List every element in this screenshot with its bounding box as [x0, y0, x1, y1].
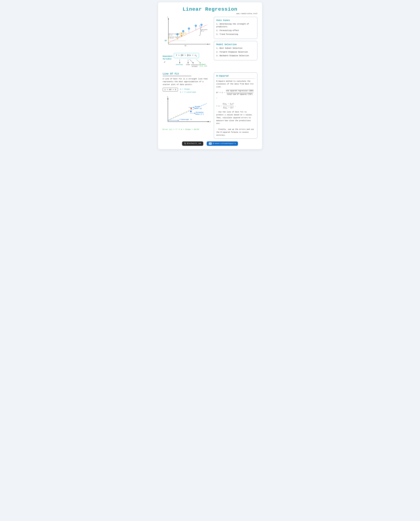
equation-box: Y = β0 + β1x + εi — [174, 53, 199, 58]
diagram-column: Y X Xi β β0 — [163, 17, 211, 69]
footer: 𝕏 @techwith_ram in @ramakrushnamohapatra — [163, 141, 257, 146]
svg-point-24 — [181, 35, 182, 36]
dep-var-label: DependentVariable — [163, 55, 173, 60]
main-page: Linear Regression www.ramakrushna.tech Y… — [158, 2, 262, 149]
use-cases-list: 1. Determining the strength of predictor… — [216, 23, 255, 36]
svg-marker-3 — [208, 44, 209, 45]
svg-text:Y: Y — [167, 96, 168, 98]
svg-text:Y: Y — [167, 17, 168, 18]
svg-text:✕: ✕ — [181, 113, 182, 115]
twitter-handle: @techwith_ram — [187, 142, 201, 145]
lof-b-label: b = Y-intercept — [180, 91, 196, 93]
svg-text:✕: ✕ — [177, 115, 178, 117]
svg-text:β0: β0 — [165, 40, 167, 41]
website-url: www.ramakrushna.tech — [163, 13, 257, 15]
svg-text:Independent: Independent — [191, 64, 199, 66]
svg-marker-50 — [208, 121, 209, 122]
svg-text:Variable: Variable — [192, 66, 198, 67]
r-squared-column: R-Squared R-Square method to calculate t… — [214, 72, 257, 139]
svg-text:✕: ✕ — [183, 111, 184, 114]
lof-graph-svg: Y X Actual Value (y) Estimates Value (Y'… — [163, 96, 211, 126]
lof-description: A Line of best fit is a straight line th… — [163, 78, 211, 86]
model-selection-item-1: 1. Best Subset Selection — [216, 47, 255, 50]
svg-text:Xi: Xi — [185, 45, 186, 47]
scatter-graph: Y X Xi β β0 — [163, 17, 211, 50]
svg-text:Residual/: Residual/ — [199, 64, 206, 65]
svg-line-44 — [190, 59, 193, 63]
line-of-fit-column: Line Of Fit A Line of best fit is a stra… — [163, 72, 211, 139]
svg-text:Predicted value of: Predicted value of — [169, 37, 180, 38]
lof-formula: y = mX + b — [163, 88, 178, 92]
svg-text:Error: Error — [201, 31, 204, 32]
rsq-description: R-Square method to calculate the closene… — [216, 80, 255, 88]
model-selection-title: Model Selection — [216, 43, 255, 46]
rsq-note1: - Use the line of best fit to predict y … — [216, 111, 255, 125]
svg-text:Estimates: Estimates — [196, 112, 203, 113]
svg-text:X: X — [209, 43, 210, 45]
svg-text:✕: ✕ — [175, 115, 176, 117]
svg-text:✕: ✕ — [179, 114, 180, 116]
svg-text:β: β — [177, 38, 178, 40]
linkedin-icon: in — [209, 142, 211, 145]
svg-text:Y-Intercept 'b': Y-Intercept 'b' — [180, 119, 192, 120]
svg-point-19 — [188, 28, 190, 30]
svg-point-21 — [195, 25, 197, 27]
lof-labels: m = Slope b = Y-intercept — [180, 88, 196, 94]
equation-labels-svg: Intercept Slope Residual/ Error item — [174, 59, 210, 69]
use-cases-card: Uses Cases 1. Determining the strength o… — [214, 17, 257, 39]
model-selection-list: 1. Best Subset Selection 2. Forward Step… — [216, 47, 255, 57]
svg-text:Slope: Slope — [186, 64, 190, 65]
svg-point-17 — [182, 30, 184, 32]
svg-point-76 — [190, 111, 191, 112]
svg-line-41 — [196, 59, 200, 63]
top-section: Y X Xi β β0 — [163, 17, 257, 69]
page-title: Linear Regression — [163, 7, 257, 12]
svg-text:✕: ✕ — [186, 111, 187, 113]
lof-graph: Y X Actual Value (y) Estimates Value (Y'… — [163, 96, 211, 127]
svg-text:Error item: Error item — [200, 65, 207, 67]
svg-text:Actual: Actual — [195, 106, 200, 108]
twitter-icon: 𝕏 — [184, 142, 186, 145]
r-squared-card: R-Squared R-Square method to calculate t… — [214, 72, 257, 139]
svg-text:✕: ✕ — [188, 109, 189, 111]
error-line-1: Error (ε) = Y'-Y m = Slope = dX/dY — [163, 128, 199, 131]
bottom-section: Line Of Fit A Line of best fit is a stra… — [163, 72, 257, 139]
svg-point-75 — [191, 108, 192, 109]
svg-text:Value (y): Value (y) — [194, 108, 202, 109]
svg-text:Y for Xi: Y for Xi — [169, 38, 173, 39]
lof-title: Line Of Fit — [163, 72, 211, 75]
use-cases-title: Uses Cases — [216, 19, 255, 22]
use-case-item-3: 3. Trend Forecasting — [216, 33, 255, 36]
model-selection-card: Model Selection 1. Best Subset Selection… — [214, 41, 257, 60]
svg-text:X: X — [210, 121, 210, 123]
error-note: Error (ε) = Y'-Y m = Slope = dX/dY — [163, 128, 211, 131]
svg-text:Observed value of Y: Observed value of Y — [169, 33, 180, 35]
svg-text:ε: Residual: ε: Residual — [180, 33, 187, 34]
rsq-formula: R² = 1 − sum squared regression (SSR)tot… — [216, 89, 255, 110]
r-squared-title: R-Squared — [216, 75, 255, 77]
svg-text:for Xi: for Xi — [169, 35, 172, 36]
svg-text:Individual: Individual — [201, 29, 207, 30]
rsq-note2: - Finally, sum up the errors and use the… — [216, 128, 255, 137]
twitter-badge[interactable]: 𝕏 @techwith_ram — [182, 141, 203, 146]
svg-text:✕: ✕ — [170, 118, 171, 120]
svg-text:Value (Y'): Value (Y') — [195, 114, 204, 115]
svg-text:✕: ✕ — [173, 117, 174, 119]
svg-text:error: error — [180, 34, 183, 35]
model-selection-item-2: 2. Forward Stepwise Selection — [216, 51, 255, 54]
model-selection-item-3: 3. Backward Stepwise Selection — [216, 54, 255, 57]
right-column: Uses Cases 1. Determining the strength o… — [214, 17, 257, 69]
equation-section: DependentVariable ↗ Y = β0 + β1x + εi — [163, 53, 211, 69]
svg-text:Intercept: Intercept — [176, 64, 183, 65]
linkedin-badge[interactable]: in @ramakrushnamohapatra — [207, 141, 238, 146]
use-case-item-1: 1. Determining the strength of predictor… — [216, 23, 255, 28]
lof-divider — [163, 76, 191, 76]
lof-m-label: m = Slope — [180, 88, 190, 90]
svg-marker-63 — [178, 120, 179, 121]
svg-point-23 — [201, 24, 202, 26]
use-case-item-2: 2. Forecasting effect — [216, 29, 255, 32]
scatter-plot-svg: Y X Xi β β0 — [163, 17, 211, 50]
linkedin-handle: @ramakrushnamohapatra — [213, 142, 236, 145]
